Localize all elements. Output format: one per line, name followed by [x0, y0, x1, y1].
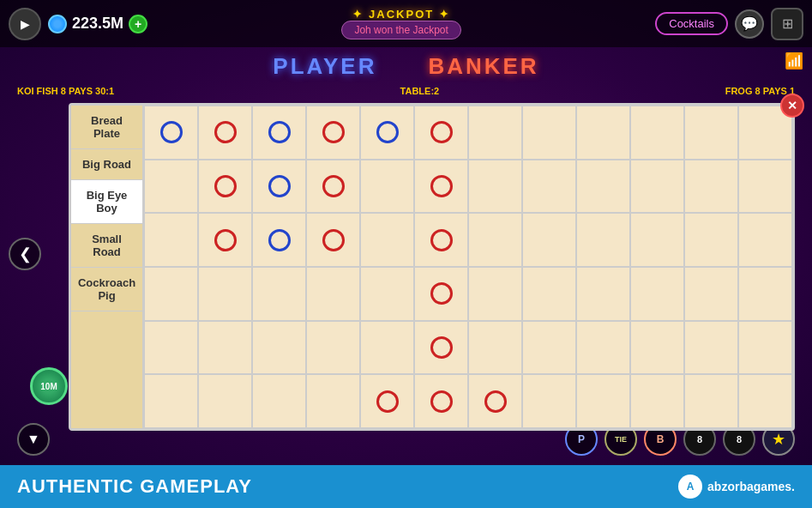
footer-bar: AUTHENTIC GAMEPLAY A abzorbagames. [0, 465, 812, 508]
grid-cell [576, 267, 630, 321]
grid-cell [522, 106, 576, 160]
abzorba-logo: A abzorbagames. [678, 475, 795, 499]
grid-cell [306, 160, 360, 214]
chat-button[interactable]: 💬 [735, 9, 764, 39]
grid-cell [684, 267, 738, 321]
grid-cell [360, 374, 414, 428]
play-icon: ▶ [21, 17, 30, 31]
grid-cell [576, 374, 630, 428]
down-button[interactable]: ▼ [17, 423, 50, 456]
grid-cell [468, 374, 522, 428]
circle-blue [376, 121, 399, 143]
left-nav: ❮ [9, 238, 41, 270]
circle-red [214, 121, 237, 143]
grid-button[interactable]: ⊞ [771, 8, 803, 40]
road-item-small-road[interactable]: Small Road [71, 224, 142, 268]
info-center: TABLE:2 [400, 86, 440, 96]
grid-cell [198, 267, 252, 321]
banker-label: BANKER [402, 53, 564, 80]
grid-cell [684, 106, 738, 160]
grid-cell [252, 106, 306, 160]
grid-cell [144, 106, 198, 160]
grid-cell [522, 374, 576, 428]
grid-cell [630, 321, 684, 375]
abzorba-icon: A [678, 475, 702, 499]
circle-red [430, 121, 453, 143]
info-left: KOI FISH 8 PAYS 30:1 [17, 86, 114, 96]
grid-cell [198, 321, 252, 375]
circle-red [484, 390, 507, 413]
grid-cell [198, 213, 252, 267]
grid-cell [630, 213, 684, 267]
circle-blue [268, 229, 291, 251]
grid-cell [360, 213, 414, 267]
grid-cell [360, 321, 414, 375]
grid-cell [522, 321, 576, 375]
circle-red [376, 390, 399, 413]
grid-cell [468, 160, 522, 214]
left-nav-button[interactable]: ❮ [9, 238, 41, 270]
chevron-down-icon: ▼ [27, 432, 40, 447]
grid-cell [684, 213, 738, 267]
circle-red [214, 175, 237, 197]
road-menu: Bread Plate Big Road Big Eye Boy Small R… [71, 106, 144, 428]
circle-red [430, 336, 453, 359]
star-icon: ★ [772, 430, 785, 449]
grid-cell [360, 267, 414, 321]
grid-cell [144, 267, 198, 321]
grid-cell [306, 321, 360, 375]
grid-cell [252, 374, 306, 428]
grid-cell [252, 160, 306, 214]
grid-cell [468, 321, 522, 375]
grid-cell [522, 160, 576, 214]
road-item-bread-plate[interactable]: Bread Plate [71, 106, 142, 149]
grid-cell [468, 106, 522, 160]
grid-cell [144, 374, 198, 428]
circle-red [430, 390, 453, 413]
circle-red [214, 229, 237, 251]
circle-blue [160, 121, 183, 143]
circle-red [322, 229, 345, 251]
grid-cell [360, 106, 414, 160]
jackpot-message: Joh won the Jackpot [341, 21, 460, 39]
road-item-big-road[interactable]: Big Road [71, 149, 142, 180]
road-item-big-eye-boy[interactable]: Big Eye Boy [71, 180, 142, 224]
road-item-cockroach-pig[interactable]: Cockroach Pig [71, 268, 142, 311]
grid-cell [144, 321, 198, 375]
grid-cell [630, 160, 684, 214]
grid-cell [252, 321, 306, 375]
play-button[interactable]: ▶ [9, 8, 41, 40]
grid-cell [522, 267, 576, 321]
add-coins-button[interactable]: + [129, 15, 147, 33]
grid-cell [522, 213, 576, 267]
wifi-icon: 📶 [785, 51, 803, 70]
close-button[interactable]: ✕ [780, 94, 804, 118]
grid-cell [306, 267, 360, 321]
circle-red [430, 229, 453, 251]
grid-cell [252, 213, 306, 267]
jackpot-title: ✦ JACKPOT ✦ [352, 8, 449, 21]
info-bar: KOI FISH 8 PAYS 30:1 TABLE:2 FROG 8 PAYS… [0, 86, 812, 96]
grid-cell [738, 213, 792, 267]
chevron-left-icon: ❮ [19, 245, 32, 263]
grid-cell [306, 374, 360, 428]
grid-cell [144, 213, 198, 267]
grid-cell [738, 160, 792, 214]
circle-blue [268, 121, 291, 143]
chip-10m[interactable]: 10M [30, 367, 68, 405]
grid-cell [414, 374, 468, 428]
grid-cell [684, 321, 738, 375]
circle-blue [268, 175, 291, 197]
grid-cell [198, 160, 252, 214]
cocktails-button[interactable]: Cocktails [655, 12, 728, 35]
grid-cell [630, 267, 684, 321]
close-icon: ✕ [787, 99, 797, 112]
grid-cell [414, 321, 468, 375]
grid-cell [414, 267, 468, 321]
grid-cell [468, 213, 522, 267]
grid-cell [252, 267, 306, 321]
player-label: PLAYER [247, 53, 402, 80]
circle-red [322, 175, 345, 197]
grid-cell [738, 321, 792, 375]
grid-cell [630, 374, 684, 428]
